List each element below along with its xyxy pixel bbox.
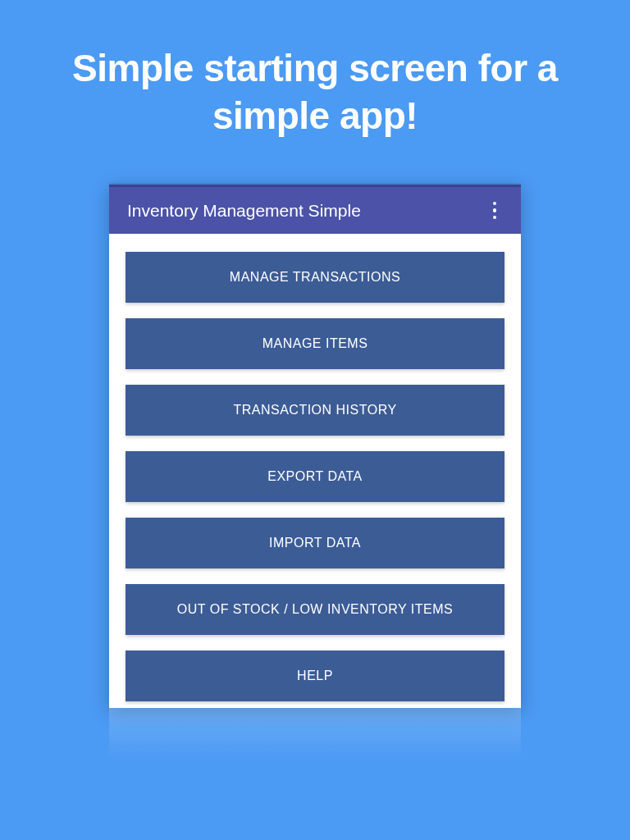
menu-button-label: IMPORT DATA <box>269 536 361 550</box>
overflow-menu-button[interactable] <box>483 194 506 227</box>
app-bar-title: Inventory Management Simple <box>127 201 361 221</box>
transaction-history-button[interactable]: TRANSACTION HISTORY <box>126 385 504 436</box>
menu-button-label: MANAGE TRANSACTIONS <box>230 270 400 285</box>
manage-transactions-button[interactable]: MANAGE TRANSACTIONS <box>126 252 504 303</box>
help-button[interactable]: HELP <box>126 651 504 701</box>
menu-button-label: EXPORT DATA <box>267 469 362 484</box>
app-window: Inventory Management Simple MANAGE TRANS… <box>109 185 521 708</box>
more-vert-icon <box>493 216 497 220</box>
promo-heading: Simple starting screen for a simple app! <box>0 0 630 139</box>
more-vert-icon <box>493 202 497 206</box>
menu-button-label: OUT OF STOCK / LOW INVENTORY ITEMS <box>177 602 453 617</box>
menu-button-label: HELP <box>297 669 333 683</box>
more-vert-icon <box>493 208 497 212</box>
main-menu: MANAGE TRANSACTIONS MANAGE ITEMS TRANSAC… <box>109 234 521 708</box>
manage-items-button[interactable]: MANAGE ITEMS <box>126 318 504 369</box>
low-inventory-button[interactable]: OUT OF STOCK / LOW INVENTORY ITEMS <box>126 584 504 635</box>
import-data-button[interactable]: IMPORT DATA <box>126 518 504 568</box>
app-bar: Inventory Management Simple <box>109 185 521 234</box>
menu-button-label: TRANSACTION HISTORY <box>233 403 396 418</box>
menu-button-label: MANAGE ITEMS <box>262 336 368 351</box>
reflection-decoration <box>109 708 521 774</box>
export-data-button[interactable]: EXPORT DATA <box>126 451 504 502</box>
